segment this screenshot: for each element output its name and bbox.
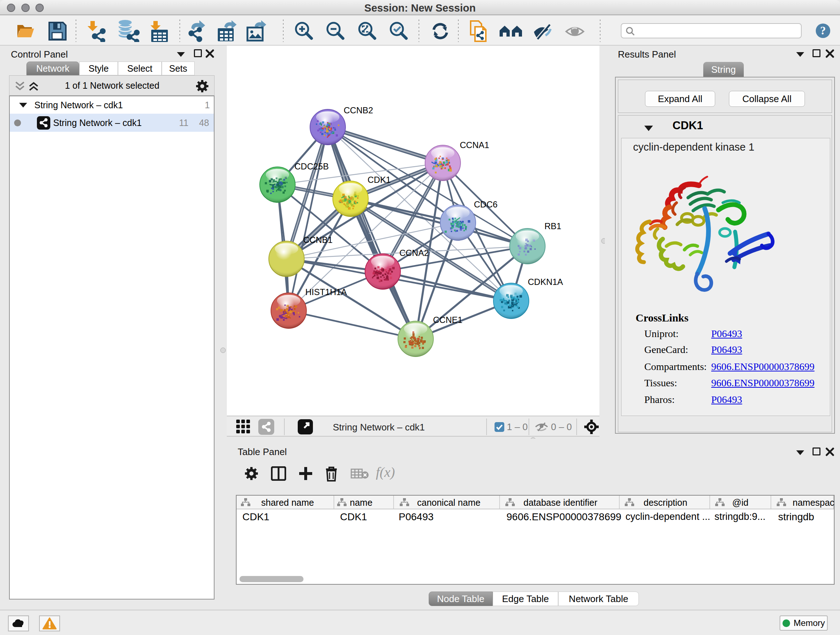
svg-text:CDK1: CDK1 — [368, 175, 391, 185]
svg-text:CCNA2: CCNA2 — [399, 248, 429, 258]
svg-text:CDC6: CDC6 — [474, 200, 497, 209]
svg-text:CDC25B: CDC25B — [294, 162, 329, 171]
svg-text:CCNB1: CCNB1 — [303, 235, 332, 245]
svg-text:CDKN1A: CDKN1A — [528, 277, 563, 287]
svg-text:HIST1H1A: HIST1H1A — [305, 287, 347, 297]
svg-text:CCNA1: CCNA1 — [460, 140, 489, 150]
svg-text:CCNB2: CCNB2 — [344, 105, 373, 115]
svg-text:CCNE1: CCNE1 — [433, 315, 462, 325]
svg-text:RB1: RB1 — [545, 221, 561, 231]
